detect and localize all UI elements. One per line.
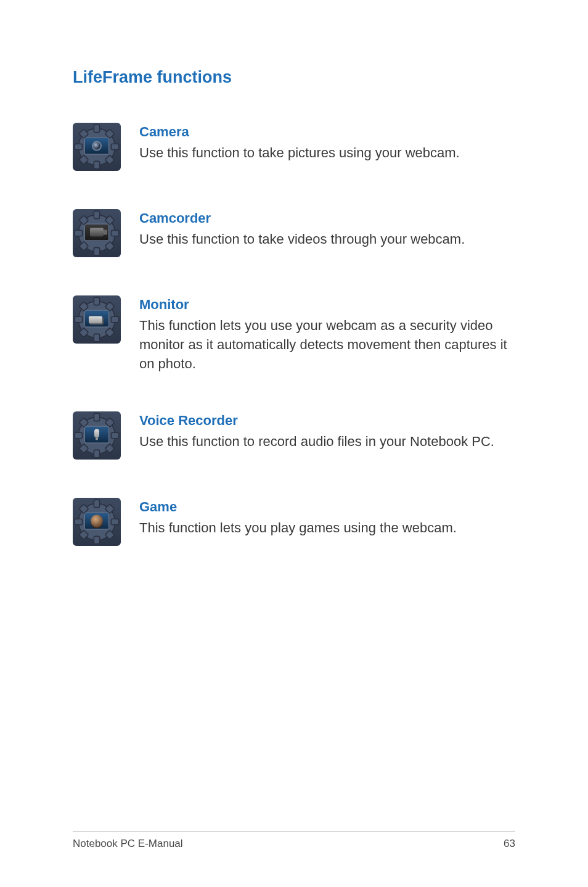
item-title: Voice Recorder [139,413,515,429]
page-content: LifeFrame functions Camera Use this func… [0,0,588,546]
item-description: This function lets you play games using … [139,519,515,538]
svg-rect-22 [111,316,118,322]
svg-rect-3 [75,144,82,149]
item-title: Game [139,499,515,515]
camera-icon [73,123,121,171]
svg-rect-2 [94,161,99,168]
function-item-camcorder: Camcorder Use this function to take vide… [73,209,515,257]
svg-rect-19 [94,297,99,305]
item-description: Use this function to take pictures using… [139,144,515,163]
page-number: 63 [504,838,515,850]
svg-rect-30 [75,433,82,439]
function-item-voice-recorder: Voice Recorder Use this function to reco… [73,411,515,460]
svg-rect-20 [94,334,99,341]
svg-rect-11 [94,247,99,255]
camcorder-icon [73,209,121,257]
item-title: Monitor [139,297,515,313]
page-footer: Notebook PC E-Manual 63 [73,831,515,850]
svg-rect-38 [94,537,99,544]
svg-rect-31 [111,433,118,439]
svg-rect-4 [111,144,118,149]
svg-rect-21 [75,316,82,322]
item-title: Camera [139,124,515,140]
item-description: Use this function to take videos through… [139,230,515,249]
item-description: Use this function to record audio files … [139,432,515,452]
section-heading: LifeFrame functions [73,68,515,87]
item-title: Camcorder [139,210,515,226]
function-item-monitor: Monitor This function lets you use your … [73,295,515,373]
game-icon [73,498,121,546]
svg-rect-13 [111,230,118,236]
svg-rect-28 [94,414,99,421]
function-item-game: Game This function lets you play games u… [73,498,515,546]
svg-rect-1 [94,125,99,132]
footer-title: Notebook PC E-Manual [73,838,183,850]
svg-rect-29 [94,450,99,458]
item-description: This function lets you use your webcam a… [139,316,515,373]
svg-rect-10 [94,211,99,218]
svg-rect-37 [94,500,99,508]
svg-rect-12 [75,230,82,236]
function-item-camera: Camera Use this function to take picture… [73,123,515,171]
voice-recorder-icon [73,411,121,460]
monitor-icon [73,295,121,344]
svg-rect-39 [75,519,82,525]
svg-rect-40 [111,519,118,525]
